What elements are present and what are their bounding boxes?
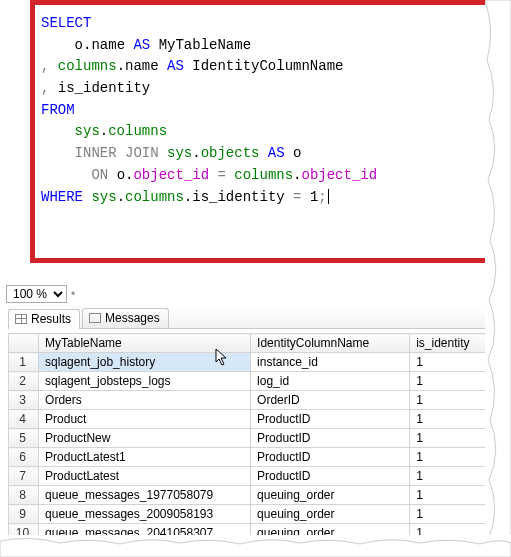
table-row[interactable]: 7 ProductLatest ProductID 1: [9, 467, 495, 486]
op: =: [285, 189, 310, 205]
tok: is_identity: [58, 80, 150, 96]
row-number: 6: [9, 448, 39, 467]
tab-messages[interactable]: Messages: [82, 308, 169, 328]
table-row[interactable]: 3 Orders OrderID 1: [9, 391, 495, 410]
alias: IdentityColumnName: [192, 58, 343, 74]
tok: ,: [41, 58, 58, 74]
cell[interactable]: ProductLatest1: [39, 448, 251, 467]
separator-icon: •: [71, 287, 75, 301]
row-number: 5: [9, 429, 39, 448]
tok: name: [125, 58, 159, 74]
cell[interactable]: queue_messages_1977058079: [39, 486, 251, 505]
tok: .: [117, 189, 125, 205]
tok: columns: [58, 58, 117, 74]
kw-where: WHERE: [41, 189, 91, 205]
row-number: 1: [9, 353, 39, 372]
kw-from: FROM: [41, 102, 75, 118]
cell[interactable]: 1: [410, 353, 495, 372]
cell[interactable]: ProductNew: [39, 429, 251, 448]
tok: object_id: [133, 167, 209, 183]
row-number: 9: [9, 505, 39, 524]
cell[interactable]: sqlagent_jobsteps_logs: [39, 372, 251, 391]
cell[interactable]: 1: [410, 372, 495, 391]
tok: o: [293, 145, 301, 161]
cell[interactable]: ProductID: [251, 467, 410, 486]
kw-join: INNER JOIN: [41, 145, 167, 161]
tok: sys: [167, 145, 192, 161]
cell[interactable]: ProductID: [251, 429, 410, 448]
cell[interactable]: 1: [410, 448, 495, 467]
tok: o: [117, 167, 125, 183]
tok: sys: [91, 189, 116, 205]
messages-icon: [89, 313, 101, 323]
tok: sys: [41, 123, 100, 139]
zoom-select[interactable]: 100 %: [6, 285, 67, 303]
row-number: 8: [9, 486, 39, 505]
kw-as: AS: [259, 145, 293, 161]
cell[interactable]: queue_messages_2009058193: [39, 505, 251, 524]
cell[interactable]: queuing_order: [251, 486, 410, 505]
cell[interactable]: OrderID: [251, 391, 410, 410]
cell[interactable]: sqlagent_job_history: [39, 353, 251, 372]
header-row: MyTableName IdentityColumnName is_identi…: [9, 334, 495, 353]
tok: .: [192, 145, 200, 161]
zoom-dropdown[interactable]: 100 % •: [6, 285, 511, 303]
tok: columns: [234, 167, 293, 183]
results-grid[interactable]: MyTableName IdentityColumnName is_identi…: [8, 333, 495, 543]
kw-on: ON: [41, 167, 117, 183]
tok: columns: [108, 123, 167, 139]
col-mytablename[interactable]: MyTableName: [39, 334, 251, 353]
table-row[interactable]: 5 ProductNew ProductID 1: [9, 429, 495, 448]
tok: o: [41, 37, 83, 53]
col-rownum[interactable]: [9, 334, 39, 353]
tok: .: [293, 167, 301, 183]
tok: .: [100, 123, 108, 139]
cell[interactable]: 1: [410, 429, 495, 448]
op: =: [209, 167, 234, 183]
tok: object_id: [302, 167, 378, 183]
table-row[interactable]: 9 queue_messages_2009058193 queuing_orde…: [9, 505, 495, 524]
cell[interactable]: ProductID: [251, 410, 410, 429]
cell[interactable]: 1: [410, 505, 495, 524]
tab-results[interactable]: Results: [8, 309, 80, 329]
alias: MyTableName: [159, 37, 251, 53]
tab-label: Messages: [105, 311, 160, 325]
tok: columns: [125, 189, 184, 205]
tok: ,: [41, 80, 58, 96]
tok: name: [91, 37, 125, 53]
col-identitycolumnname[interactable]: IdentityColumnName: [251, 334, 410, 353]
tok: is_identity: [192, 189, 284, 205]
tok: .: [117, 58, 125, 74]
table-row[interactable]: 4 Product ProductID 1: [9, 410, 495, 429]
sql-editor[interactable]: SELECT o.name AS MyTableName , columns.n…: [30, 0, 491, 263]
cell[interactable]: instance_id: [251, 353, 410, 372]
cell[interactable]: queuing_order: [251, 505, 410, 524]
table-row[interactable]: 1 sqlagent_job_history instance_id 1: [9, 353, 495, 372]
cell[interactable]: Orders: [39, 391, 251, 410]
torn-edge-bottom: [0, 535, 511, 557]
cell[interactable]: 1: [410, 410, 495, 429]
cell[interactable]: 1: [410, 467, 495, 486]
result-tabs: Results Messages: [8, 307, 511, 329]
kw-as: AS: [159, 58, 193, 74]
cell[interactable]: ProductLatest: [39, 467, 251, 486]
tok: .: [184, 189, 192, 205]
cell[interactable]: log_id: [251, 372, 410, 391]
kw-as: AS: [125, 37, 159, 53]
row-number: 4: [9, 410, 39, 429]
tok: objects: [201, 145, 260, 161]
col-isidentity[interactable]: is_identity: [410, 334, 495, 353]
torn-edge-right: [485, 0, 511, 557]
table-row[interactable]: 6 ProductLatest1 ProductID 1: [9, 448, 495, 467]
cell[interactable]: ProductID: [251, 448, 410, 467]
grid-icon: [15, 314, 27, 324]
cell[interactable]: 1: [410, 486, 495, 505]
row-number: 7: [9, 467, 39, 486]
table-row[interactable]: 8 queue_messages_1977058079 queuing_orde…: [9, 486, 495, 505]
cell[interactable]: 1: [410, 391, 495, 410]
row-number: 2: [9, 372, 39, 391]
kw-select: SELECT: [41, 15, 91, 31]
table-row[interactable]: 2 sqlagent_jobsteps_logs log_id 1: [9, 372, 495, 391]
cell[interactable]: Product: [39, 410, 251, 429]
semi: ;: [318, 189, 326, 205]
